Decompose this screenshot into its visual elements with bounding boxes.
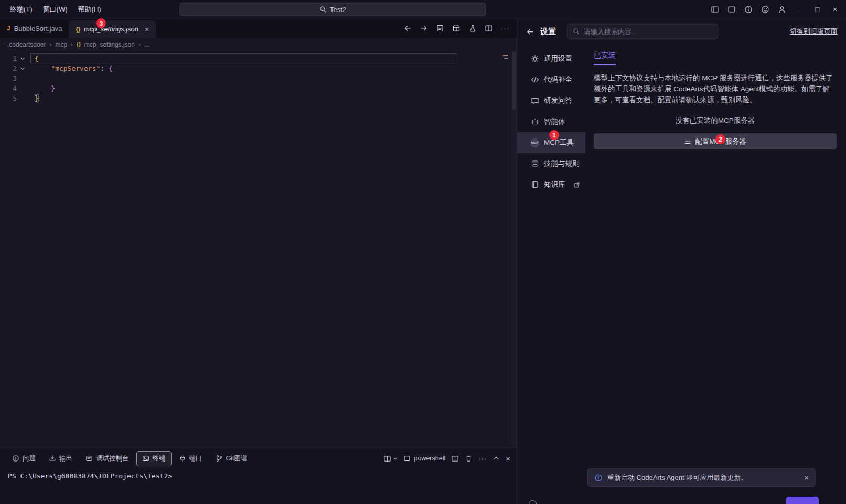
switch-legacy-link[interactable]: 切换到旧版页面 [790, 27, 838, 36]
open-changes-icon[interactable] [434, 22, 446, 35]
external-link-icon [573, 181, 580, 188]
menu-bar: 终端(T) 窗口(W) 帮助(H) [0, 3, 106, 16]
table-view-icon[interactable] [450, 22, 463, 35]
titlebar-controls: – □ × [708, 3, 846, 16]
mcp-logo-icon: MCP [530, 138, 539, 147]
menu-window[interactable]: 窗口(W) [38, 3, 72, 16]
breadcrumb-separator: › [138, 41, 141, 48]
settings-search-input[interactable] [584, 28, 712, 36]
breadcrumb-root[interactable]: .codeartsdoer [7, 41, 46, 48]
bottom-panel: 问题 输出 调试控制台 终端 [0, 448, 517, 504]
chat-icon [530, 96, 539, 105]
panel-more-icon[interactable]: ··· [478, 455, 487, 463]
code-line: "mcpServers": { [30, 63, 456, 73]
tab-mcp-settings-json[interactable]: {} mcp_settings.json × 3 [69, 20, 156, 38]
line-number: 1 [0, 55, 17, 62]
nav-item-code-completion[interactable]: 代码补全 [517, 69, 585, 90]
code-line: } [30, 93, 456, 103]
empty-state-text: 没有已安装的MCP服务器 [594, 116, 837, 125]
annotation-badge-1: 1 [549, 130, 559, 140]
settings-search[interactable] [567, 24, 718, 39]
tab-installed[interactable]: 已安装 [594, 51, 616, 65]
code-line: { [30, 53, 456, 63]
breadcrumb-file[interactable]: mcp_settings.json [84, 41, 135, 48]
layout-panel-icon[interactable] [724, 3, 739, 16]
fold-chevron-icon[interactable] [17, 56, 28, 61]
footer-primary-button-partial[interactable] [786, 497, 819, 504]
menu-help[interactable]: 帮助(H) [73, 3, 106, 16]
nav-back-icon[interactable] [401, 22, 414, 35]
feedback-smiley-icon[interactable] [758, 3, 773, 16]
maximize-panel-icon[interactable] [492, 455, 500, 462]
account-icon[interactable] [775, 3, 789, 16]
panel-tab-label: 输出 [59, 454, 72, 463]
robot-icon [530, 117, 539, 126]
nav-item-knowledge-base[interactable]: 知识库 [517, 174, 585, 195]
breadcrumb: .codeartsdoer › mcp › {} mcp_settings.js… [0, 38, 517, 51]
breadcrumb-folder[interactable]: mcp [55, 41, 67, 48]
nav-item-agent[interactable]: 智能体 [517, 111, 585, 132]
split-pane-icon[interactable] [451, 455, 459, 463]
maximize-button[interactable]: □ [809, 3, 825, 16]
panel-tab-label: 终端 [153, 454, 166, 463]
nav-forward-icon[interactable] [417, 22, 430, 35]
code-token [35, 65, 51, 72]
terminal-output[interactable]: PS C:\Users\g60083874\IDEProjects\Test2> [0, 468, 517, 504]
close-notification-icon[interactable]: × [804, 474, 809, 481]
tab-bubblesort-java[interactable]: J BubbleSort.java [0, 19, 69, 38]
code-token: } [51, 84, 55, 92]
panel-tab-ports[interactable]: 端口 [173, 451, 208, 466]
info-icon[interactable] [741, 3, 756, 16]
panel-tab-output[interactable]: 输出 [43, 451, 78, 466]
code-area[interactable]: { "mcpServers": { } } [30, 53, 456, 448]
back-icon[interactable] [526, 27, 534, 36]
breadcrumb-separator: › [49, 41, 51, 48]
configure-mcp-button[interactable]: 配置MCP服务器 2 [594, 133, 837, 149]
code-line [30, 73, 456, 83]
close-panel-icon[interactable]: × [506, 455, 510, 463]
panel-tab-debug-console[interactable]: 调试控制台 [80, 451, 135, 466]
editor-scrollbar[interactable] [511, 51, 517, 448]
settings-content: 已安装 模型上下文协议支持与本地运行的 MCP 服务器进行通信，这些服务器提供了… [585, 44, 846, 504]
scrollbar-thumb[interactable] [512, 52, 516, 110]
search-icon [573, 28, 580, 35]
minimap[interactable] [502, 54, 510, 117]
panel-tab-label: 问题 [23, 454, 36, 463]
panel-tab-git-graph[interactable]: Git图谱 [210, 451, 253, 466]
gear-icon [530, 55, 539, 63]
shell-name: powershell [414, 455, 445, 462]
settings-header: 设置 切换到旧版页面 [517, 19, 846, 44]
terminal-prompt: PS C:\Users\g60083874\IDEProjects\Test2> [8, 472, 172, 480]
nav-item-label: 通用设置 [544, 54, 572, 63]
panel-tab-problems[interactable]: 问题 [6, 451, 41, 466]
panel-tab-label: Git图谱 [226, 454, 248, 463]
layout-columns-icon[interactable] [708, 3, 722, 16]
nav-item-dev-qa[interactable]: 研发问答 [517, 90, 585, 111]
code-token: } [35, 94, 39, 102]
menu-terminal[interactable]: 终端(T) [5, 3, 37, 16]
close-window-button[interactable]: × [827, 3, 843, 16]
annotation-badge-2: 2 [715, 134, 725, 144]
run-tests-icon[interactable] [466, 22, 479, 35]
nav-item-label: 智能体 [544, 117, 565, 126]
more-actions-icon[interactable]: ··· [499, 22, 511, 35]
docs-link[interactable]: 文档 [636, 96, 650, 104]
panel-tab-terminal[interactable]: 终端 [136, 451, 172, 466]
nav-item-general[interactable]: 通用设置 [517, 48, 585, 69]
titlebar-search[interactable]: Test2 [179, 3, 486, 16]
nav-item-label: 代码补全 [544, 75, 572, 84]
kill-terminal-icon[interactable] [465, 455, 473, 463]
minimize-button[interactable]: – [791, 3, 807, 16]
code-editor[interactable]: 1 2 3 4 5 { "mcpServers": { } } [0, 51, 517, 448]
split-editor-icon[interactable] [483, 22, 495, 35]
split-terminal-dropdown[interactable] [383, 455, 398, 463]
active-shell[interactable]: powershell [403, 455, 445, 462]
nav-item-skills-rules[interactable]: 技能与规则 [517, 153, 585, 174]
mcp-description: 模型上下文协议支持与本地运行的 MCP 服务器进行通信，这些服务器提供了额外的工… [594, 72, 837, 105]
book-icon [530, 180, 539, 189]
breadcrumb-more[interactable]: ... [144, 41, 149, 48]
panel-tab-bar: 问题 输出 调试控制台 终端 [0, 448, 517, 468]
nav-item-mcp-tools[interactable]: MCP MCP工具 1 [517, 132, 585, 153]
close-tab-icon[interactable]: × [145, 26, 149, 33]
fold-chevron-icon[interactable] [17, 66, 28, 71]
